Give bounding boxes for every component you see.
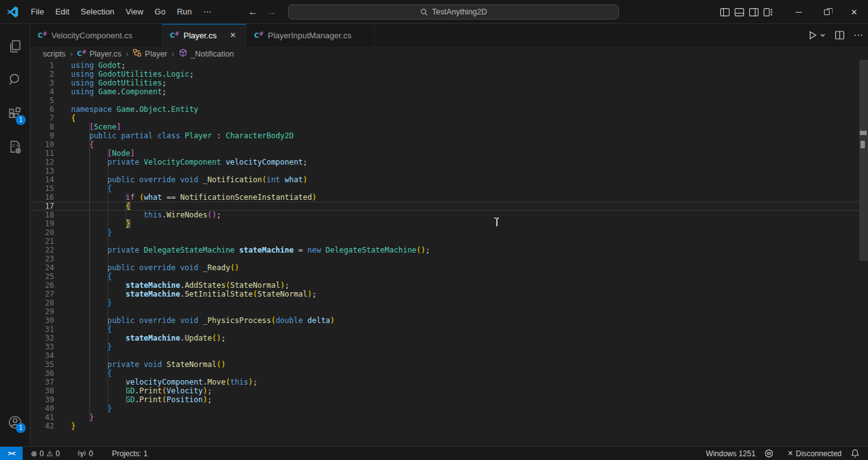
toggle-panel-icon[interactable]: [734, 7, 745, 18]
restore-button[interactable]: [813, 0, 840, 24]
line-number[interactable]: 34: [30, 351, 54, 360]
code-line-32[interactable]: 32 stateMachine.Update();: [30, 334, 859, 342]
menu-file[interactable]: File: [25, 4, 50, 19]
explorer-icon[interactable]: [0, 31, 30, 62]
code-line-27[interactable]: 27 stateMachine.SetInitialState(StateNor…: [30, 290, 859, 298]
line-number[interactable]: 24: [30, 263, 54, 272]
code-line-24[interactable]: 24 public override void _Ready(): [30, 263, 859, 272]
line-number[interactable]: 29: [30, 307, 54, 316]
code-line-29[interactable]: 29: [30, 307, 859, 316]
extension-status-icon[interactable]: [760, 447, 778, 460]
line-number[interactable]: 38: [30, 386, 54, 395]
menu-edit[interactable]: Edit: [50, 4, 75, 19]
line-number[interactable]: 41: [30, 413, 54, 422]
line-number[interactable]: 25: [30, 272, 54, 281]
code-line-36[interactable]: 36 {: [30, 369, 859, 378]
line-number[interactable]: 14: [30, 175, 54, 184]
line-number[interactable]: 40: [30, 404, 54, 413]
code-line-1[interactable]: 1using Godot;: [30, 61, 859, 70]
line-number[interactable]: 32: [30, 334, 54, 342]
code-line-6[interactable]: 6namespace Game.Object.Entity: [30, 105, 859, 114]
line-number[interactable]: 12: [30, 158, 54, 167]
encoding-status[interactable]: Windows 1251: [701, 447, 760, 460]
code-line-21[interactable]: 21: [30, 237, 859, 246]
code-line-42[interactable]: 42}: [30, 422, 859, 430]
line-number[interactable]: 7: [30, 114, 54, 123]
code-line-13[interactable]: 13: [30, 167, 859, 175]
line-number[interactable]: 17: [30, 202, 54, 211]
notifications-bell-icon[interactable]: [846, 447, 864, 460]
line-number[interactable]: 5: [30, 96, 54, 105]
line-number[interactable]: 11: [30, 149, 54, 158]
line-number[interactable]: 1: [30, 61, 54, 70]
code-line-16[interactable]: 16 if (what == NotificationSceneInstanti…: [30, 193, 859, 202]
line-number[interactable]: 4: [30, 87, 54, 96]
code-line-25[interactable]: 25 {: [30, 272, 859, 281]
close-tab-icon[interactable]: ✕: [228, 30, 238, 41]
code-line-14[interactable]: 14 public override void _Notification(in…: [30, 175, 859, 184]
breadcrumb-item-player[interactable]: Player: [133, 48, 167, 59]
line-number[interactable]: 36: [30, 369, 54, 378]
code-line-2[interactable]: 2using GodotUtilities.Logic;: [30, 70, 859, 79]
line-number[interactable]: 22: [30, 246, 54, 255]
line-number[interactable]: 3: [30, 79, 54, 87]
menu-view[interactable]: View: [120, 4, 149, 19]
toggle-secondary-sidebar-icon[interactable]: [748, 7, 759, 18]
menu-go[interactable]: Go: [149, 4, 171, 19]
line-number[interactable]: 31: [30, 325, 54, 334]
code-line-28[interactable]: 28 }: [30, 298, 859, 307]
line-number[interactable]: 16: [30, 193, 54, 202]
code-line-38[interactable]: 38 GD.Print(Velocity);: [30, 386, 859, 395]
line-number[interactable]: 30: [30, 316, 54, 325]
code-line-4[interactable]: 4using Game.Component;: [30, 87, 859, 96]
code-line-23[interactable]: 23: [30, 255, 859, 263]
line-number[interactable]: 35: [30, 360, 54, 369]
minimize-button[interactable]: [785, 0, 813, 24]
code-line-20[interactable]: 20 }: [30, 228, 859, 237]
split-editor-icon[interactable]: [835, 30, 845, 40]
line-number[interactable]: 33: [30, 342, 54, 351]
code-line-22[interactable]: 22 private DelegateStateMachine stateMac…: [30, 246, 859, 255]
line-number[interactable]: 13: [30, 167, 54, 175]
line-number[interactable]: 8: [30, 123, 54, 131]
run-dropdown-chevron-icon[interactable]: [820, 32, 826, 38]
code-line-26[interactable]: 26 stateMachine.AddStates(StateNormal);: [30, 281, 859, 290]
code-line-40[interactable]: 40 }: [30, 404, 859, 413]
breadcrumb-item--notification[interactable]: _Notification: [179, 48, 234, 59]
line-number[interactable]: 18: [30, 211, 54, 219]
tab-velocitycomponent-cs[interactable]: C#VelocityComponent.cs: [30, 24, 162, 47]
code-line-7[interactable]: 7{: [30, 114, 859, 123]
toggle-primary-sidebar-icon[interactable]: [720, 7, 730, 18]
ports-status[interactable]: 0: [73, 447, 97, 460]
code-line-41[interactable]: 41 }: [30, 413, 859, 422]
problems-status[interactable]: ⊗ 0 ⚠ 0: [26, 447, 64, 460]
close-window-button[interactable]: ✕: [840, 0, 868, 24]
editor-scrollbar[interactable]: [859, 60, 868, 261]
line-number[interactable]: 23: [30, 255, 54, 263]
search-view-icon[interactable]: [0, 65, 30, 95]
line-number[interactable]: 26: [30, 281, 54, 290]
tab-player-cs[interactable]: C#Player.cs✕: [162, 24, 247, 47]
code-line-10[interactable]: 10 {: [30, 140, 859, 149]
code-line-8[interactable]: 8 [Scene]: [30, 123, 859, 131]
code-line-30[interactable]: 30 public override void _PhysicsProcess(…: [30, 316, 859, 325]
run-button[interactable]: [808, 30, 826, 40]
csharp-project-view-icon[interactable]: C+: [0, 132, 30, 162]
projects-status[interactable]: Projects: 1: [108, 447, 152, 460]
breadcrumb-item-scripts[interactable]: scripts: [43, 50, 65, 58]
menu-run[interactable]: Run: [171, 4, 198, 19]
line-number[interactable]: 9: [30, 131, 54, 140]
breadcrumb-item-player-cs[interactable]: C#Player.cs: [77, 50, 121, 58]
line-number[interactable]: 27: [30, 290, 54, 298]
code-line-39[interactable]: 39 GD.Print(Position);: [30, 395, 859, 404]
code-line-37[interactable]: 37 velocityComponent.Move(this);: [30, 378, 859, 386]
line-number[interactable]: 6: [30, 105, 54, 114]
menu-[interactable]: ⋯: [198, 4, 217, 19]
command-center-search[interactable]: TestAnything2D: [288, 4, 619, 19]
code-line-11[interactable]: 11 [Node]: [30, 149, 859, 158]
menu-selection[interactable]: Selection: [75, 4, 120, 19]
editor-more-actions-icon[interactable]: ⋯: [854, 30, 863, 41]
code-line-31[interactable]: 31 {: [30, 325, 859, 334]
code-line-34[interactable]: 34: [30, 351, 859, 360]
line-number[interactable]: 42: [30, 422, 54, 430]
